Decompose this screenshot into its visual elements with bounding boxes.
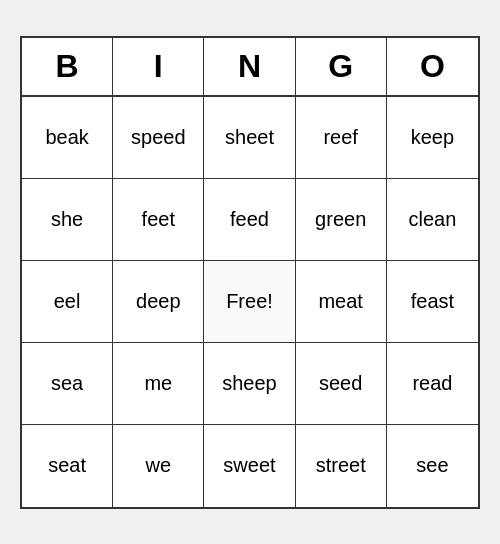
bingo-cell-r2-c3[interactable]: feed [204, 179, 295, 261]
bingo-cell-r1-c2[interactable]: speed [113, 97, 204, 179]
header-letter: G [296, 38, 387, 95]
header-letter: B [22, 38, 113, 95]
bingo-grid: beakspeedsheetreefkeepshefeetfeedgreencl… [22, 97, 478, 507]
bingo-cell-r3-c4[interactable]: meat [296, 261, 387, 343]
bingo-cell-r3-c5[interactable]: feast [387, 261, 478, 343]
bingo-cell-r1-c5[interactable]: keep [387, 97, 478, 179]
bingo-cell-r1-c1[interactable]: beak [22, 97, 113, 179]
bingo-cell-r4-c4[interactable]: seed [296, 343, 387, 425]
bingo-card: BINGO beakspeedsheetreefkeepshefeetfeedg… [20, 36, 480, 509]
bingo-cell-r2-c5[interactable]: clean [387, 179, 478, 261]
bingo-cell-r2-c2[interactable]: feet [113, 179, 204, 261]
bingo-cell-r4-c1[interactable]: sea [22, 343, 113, 425]
bingo-cell-r3-c3[interactable]: Free! [204, 261, 295, 343]
bingo-cell-r1-c4[interactable]: reef [296, 97, 387, 179]
header-letter: I [113, 38, 204, 95]
bingo-cell-r3-c1[interactable]: eel [22, 261, 113, 343]
bingo-cell-r5-c3[interactable]: sweet [204, 425, 295, 507]
bingo-cell-r5-c4[interactable]: street [296, 425, 387, 507]
bingo-cell-r4-c3[interactable]: sheep [204, 343, 295, 425]
bingo-cell-r2-c1[interactable]: she [22, 179, 113, 261]
bingo-cell-r5-c2[interactable]: we [113, 425, 204, 507]
bingo-cell-r4-c5[interactable]: read [387, 343, 478, 425]
bingo-cell-r4-c2[interactable]: me [113, 343, 204, 425]
header-letter: N [204, 38, 295, 95]
bingo-cell-r3-c2[interactable]: deep [113, 261, 204, 343]
bingo-cell-r5-c5[interactable]: see [387, 425, 478, 507]
bingo-header: BINGO [22, 38, 478, 97]
bingo-cell-r5-c1[interactable]: seat [22, 425, 113, 507]
bingo-cell-r2-c4[interactable]: green [296, 179, 387, 261]
header-letter: O [387, 38, 478, 95]
bingo-cell-r1-c3[interactable]: sheet [204, 97, 295, 179]
